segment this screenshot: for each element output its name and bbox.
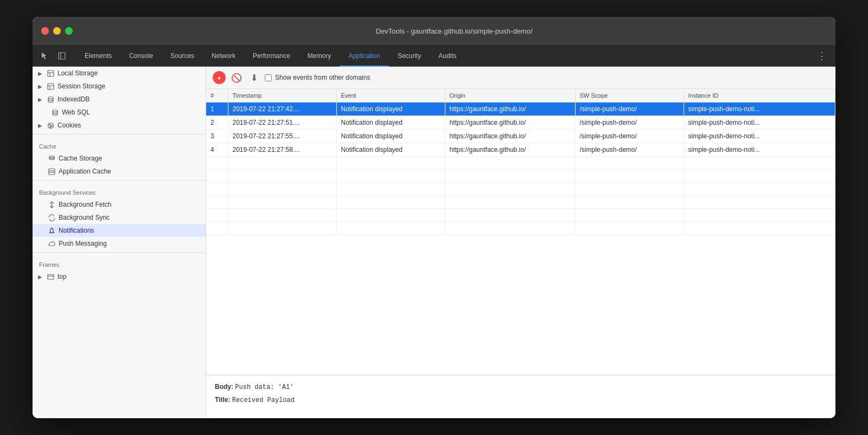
divider xyxy=(33,134,206,135)
divider xyxy=(33,180,206,181)
svg-rect-5 xyxy=(48,84,54,89)
traffic-lights xyxy=(41,27,73,35)
db-icon xyxy=(47,95,54,103)
col-header-num: # xyxy=(206,89,228,103)
show-other-domains-checkbox[interactable] xyxy=(265,74,272,81)
col-header-timestamp: Timestamp xyxy=(228,89,336,103)
tab-console[interactable]: Console xyxy=(120,46,162,67)
divider xyxy=(33,252,206,253)
sidebar-item-top[interactable]: ▶ top xyxy=(33,270,206,283)
detail-title-value: Received Payload xyxy=(232,396,295,404)
sidebar-label: IndexedDB xyxy=(58,95,90,103)
svg-rect-22 xyxy=(48,274,54,279)
sidebar-label: Cache Storage xyxy=(59,155,102,162)
tab-audits[interactable]: Audits xyxy=(430,46,465,67)
empty-row xyxy=(206,196,835,209)
sidebar-label: Push Messaging xyxy=(59,240,107,247)
sidebar-label: Web SQL xyxy=(62,108,90,116)
sidebar-item-push-messaging[interactable]: Push Messaging xyxy=(33,237,206,250)
sidebar-label: Session Storage xyxy=(58,82,105,90)
clear-button[interactable]: 🚫 xyxy=(230,71,243,84)
tab-sources[interactable]: Sources xyxy=(162,46,203,67)
minimize-button[interactable] xyxy=(53,27,61,35)
detail-panel: Body: Push data: 'A1' Title: Received Pa… xyxy=(206,375,835,418)
col-header-event: Event xyxy=(336,89,445,103)
devtools-window: DevTools - gauntface.github.io/simple-pu… xyxy=(33,17,835,418)
svg-point-9 xyxy=(53,110,58,112)
table-row[interactable]: 22019-07-22 21:27:51....Notification dis… xyxy=(206,116,835,130)
table-row[interactable]: 42019-07-22 21:27:58....Notification dis… xyxy=(206,143,835,157)
detail-title-label: Title: xyxy=(215,396,230,404)
table-header-row: # Timestamp Event Origin SW Scope Instan… xyxy=(206,89,835,103)
sidebar-item-session-storage[interactable]: ▶ Session Storage xyxy=(33,80,206,93)
sidebar-label: Cookies xyxy=(58,121,81,129)
close-button[interactable] xyxy=(41,27,49,35)
sidebar-item-web-sql[interactable]: Web SQL xyxy=(33,106,206,119)
arrow-icon: ▶ xyxy=(37,97,43,103)
sidebar-item-local-storage[interactable]: ▶ Local Storage xyxy=(33,67,206,80)
svg-rect-15 xyxy=(49,169,55,175)
sidebar-item-notifications[interactable]: Notifications xyxy=(33,224,206,237)
sidebar-label: top xyxy=(58,273,67,280)
tab-network[interactable]: Network xyxy=(203,46,244,67)
table-row[interactable]: 32019-07-22 21:27:55....Notification dis… xyxy=(206,130,835,143)
dock-icon[interactable] xyxy=(54,48,69,63)
sidebar-item-application-cache[interactable]: Application Cache xyxy=(33,165,206,178)
download-icon: ⬇ xyxy=(251,73,258,83)
empty-row xyxy=(206,157,835,170)
empty-row xyxy=(206,209,835,222)
download-button[interactable]: ⬇ xyxy=(247,71,260,84)
sidebar-label: Notifications xyxy=(59,227,94,234)
title-bar: DevTools - gauntface.github.io/simple-pu… xyxy=(33,17,835,45)
sidebar-item-cookies[interactable]: ▶ Cookies xyxy=(33,119,206,132)
show-other-domains-label[interactable]: Show events from other domains xyxy=(265,74,370,81)
table-body: 12019-07-22 21:27:42....Notification dis… xyxy=(206,103,835,235)
detail-body-value: Push data: 'A1' xyxy=(235,383,293,391)
sidebar-section-frames: Frames xyxy=(33,255,206,270)
table-icon xyxy=(47,69,54,77)
record-button[interactable]: ● xyxy=(213,71,226,84)
svg-point-12 xyxy=(51,125,52,126)
sidebar-item-background-sync[interactable]: Background Sync xyxy=(33,211,206,224)
record-icon: ● xyxy=(218,75,221,81)
sidebar-item-indexeddb[interactable]: ▶ IndexedDB xyxy=(33,93,206,106)
svg-point-13 xyxy=(50,126,51,127)
window-title: DevTools - gauntface.github.io/simple-pu… xyxy=(81,27,827,35)
tab-security[interactable]: Security xyxy=(389,46,430,67)
table-row[interactable]: 12019-07-22 21:27:42....Notification dis… xyxy=(206,103,835,116)
maximize-button[interactable] xyxy=(65,27,73,35)
clear-icon: 🚫 xyxy=(231,73,242,83)
sidebar-section-bg-services: Background Services xyxy=(33,183,206,198)
col-header-instance: Instance ID xyxy=(684,89,835,103)
tab-performance[interactable]: Performance xyxy=(244,46,299,67)
cursor-icon[interactable] xyxy=(37,48,52,63)
sidebar-item-cache-storage[interactable]: Cache Storage xyxy=(33,152,206,165)
more-tabs-button[interactable]: ⋮ xyxy=(813,45,831,66)
sidebar-label: Local Storage xyxy=(58,69,98,77)
empty-row xyxy=(206,183,835,196)
arrow-icon: ▶ xyxy=(37,71,43,76)
detail-body-line: Body: Push data: 'A1' xyxy=(215,382,827,393)
db-icon xyxy=(51,108,59,116)
tabs-container: Elements Console Sources Network Perform… xyxy=(76,45,813,66)
toolbar: ● 🚫 ⬇ Show events from other domains xyxy=(206,67,835,89)
tab-bar-icons xyxy=(37,45,69,66)
sidebar-label: Background Fetch xyxy=(59,201,111,208)
arrow-icon: ▶ xyxy=(37,123,43,129)
tab-elements[interactable]: Elements xyxy=(76,46,120,67)
devtools-body: ▶ Local Storage ▶ xyxy=(33,67,835,418)
svg-rect-0 xyxy=(59,53,65,59)
sidebar-label: Application Cache xyxy=(59,168,111,175)
frame-icon xyxy=(47,273,54,280)
arrow-icon: ▶ xyxy=(37,274,43,280)
col-header-scope: SW Scope xyxy=(575,89,684,103)
bell-icon xyxy=(48,227,55,234)
sidebar-section-cache: Cache xyxy=(33,137,206,152)
notifications-table: # Timestamp Event Origin SW Scope Instan… xyxy=(206,89,835,235)
sidebar: ▶ Local Storage ▶ xyxy=(33,67,206,418)
sidebar-item-background-fetch[interactable]: Background Fetch xyxy=(33,198,206,211)
tab-memory[interactable]: Memory xyxy=(299,46,340,67)
detail-title-line: Title: Received Payload xyxy=(215,395,827,406)
fetch-icon xyxy=(48,201,55,208)
tab-application[interactable]: Application xyxy=(340,46,389,67)
